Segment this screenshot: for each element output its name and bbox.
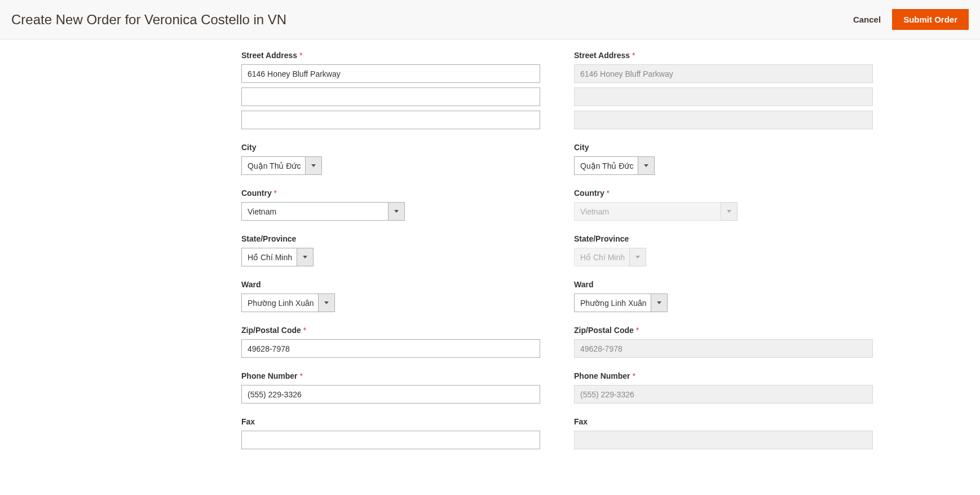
page-title: Create New Order for Veronica Costello i… [11,12,286,28]
cancel-button[interactable]: Cancel [853,15,881,24]
shipping-zip-input [574,339,873,358]
billing-city-group: City Quận Thủ Đức [241,143,540,175]
shipping-city-select[interactable]: Quận Thủ Đức [574,156,655,175]
shipping-country-label: Country [574,189,873,198]
billing-zip-input[interactable] [241,339,540,358]
billing-ward-label: Ward [241,280,540,289]
billing-state-select[interactable]: Hồ Chí Minh [241,248,314,266]
shipping-ward-select[interactable]: Phường Linh Xuân [574,294,668,312]
shipping-street-2-input [574,87,873,106]
billing-country-group: Country Vietnam [241,189,540,221]
billing-state-label: State/Province [241,234,540,243]
billing-street-2-input[interactable] [241,87,540,106]
shipping-fax-group: Fax [574,417,873,449]
billing-street-1-input[interactable] [241,64,540,83]
billing-fax-group: Fax [241,417,540,449]
billing-phone-group: Phone Number [241,371,540,404]
billing-phone-input[interactable] [241,385,540,404]
billing-city-select[interactable]: Quận Thủ Đức [241,156,322,175]
shipping-city-label: City [574,143,873,152]
billing-country-label: Country [241,189,540,198]
billing-fax-label: Fax [241,417,540,426]
billing-phone-label: Phone Number [241,371,540,380]
billing-country-select-wrapper: Vietnam [241,202,405,221]
billing-ward-group: Ward Phường Linh Xuân [241,280,540,312]
shipping-fax-input [574,431,873,449]
page-header: Create New Order for Veronica Costello i… [0,0,980,40]
billing-city-select-wrapper: Quận Thủ Đức [241,156,322,175]
shipping-street-1-input [574,64,873,83]
form-container: Street Address City Quận Thủ Đức Country… [241,40,969,474]
billing-ward-select-wrapper: Phường Linh Xuân [241,294,335,312]
header-actions: Cancel Submit Order [853,9,969,30]
billing-fax-input[interactable] [241,431,540,449]
shipping-street-group: Street Address [574,51,873,129]
shipping-state-label: State/Province [574,234,873,243]
billing-state-select-wrapper: Hồ Chí Minh [241,248,314,266]
billing-country-select[interactable]: Vietnam [241,202,405,221]
shipping-zip-label: Zip/Postal Code [574,326,873,335]
shipping-phone-group: Phone Number [574,371,873,404]
shipping-address-column: Street Address City Quận Thủ Đức Country… [574,51,873,463]
billing-street-group: Street Address [241,51,540,129]
billing-zip-group: Zip/Postal Code [241,326,540,358]
shipping-country-group: Country Vietnam [574,189,873,221]
billing-state-group: State/Province Hồ Chí Minh [241,234,540,266]
billing-city-label: City [241,143,540,152]
shipping-phone-label: Phone Number [574,371,873,380]
shipping-state-select-wrapper: Hồ Chí Minh [574,248,646,266]
shipping-fax-label: Fax [574,417,873,426]
shipping-ward-group: Ward Phường Linh Xuân [574,280,873,312]
billing-street-3-input[interactable] [241,111,540,129]
shipping-state-group: State/Province Hồ Chí Minh [574,234,873,266]
shipping-phone-input [574,385,873,404]
shipping-zip-group: Zip/Postal Code [574,326,873,358]
billing-street-label: Street Address [241,51,540,60]
shipping-ward-select-wrapper: Phường Linh Xuân [574,294,668,312]
billing-address-column: Street Address City Quận Thủ Đức Country… [241,51,540,463]
shipping-street-3-input [574,111,873,129]
shipping-city-select-wrapper: Quận Thủ Đức [574,156,655,175]
submit-order-button[interactable]: Submit Order [892,9,969,30]
shipping-ward-label: Ward [574,280,873,289]
billing-ward-select[interactable]: Phường Linh Xuân [241,294,335,312]
shipping-country-select-wrapper: Vietnam [574,202,738,221]
billing-zip-label: Zip/Postal Code [241,326,540,335]
shipping-state-select: Hồ Chí Minh [574,248,646,266]
shipping-country-select: Vietnam [574,202,738,221]
shipping-street-label: Street Address [574,51,873,60]
shipping-city-group: City Quận Thủ Đức [574,143,873,175]
